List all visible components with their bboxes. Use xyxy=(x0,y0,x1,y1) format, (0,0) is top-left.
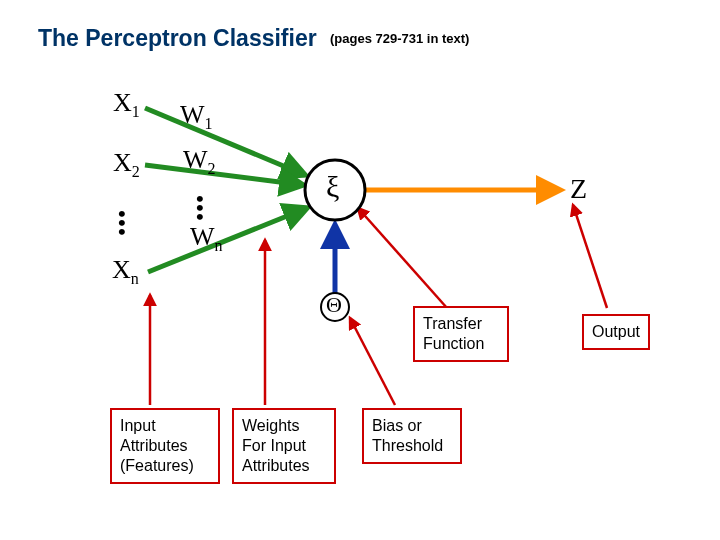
weight-ellipsis: ••• xyxy=(196,195,204,221)
input-ellipsis: ••• xyxy=(118,210,126,236)
box-inputs: InputAttributes(Features) xyxy=(110,408,220,484)
box-bias: Bias orThreshold xyxy=(362,408,462,464)
arrow-x1 xyxy=(145,108,305,175)
box-output: Output xyxy=(582,314,650,350)
box-transfer: TransferFunction xyxy=(413,306,509,362)
label-x1: X1 xyxy=(113,88,140,121)
box-weights: WeightsFor InputAttributes xyxy=(232,408,336,484)
callout-transfer xyxy=(358,208,447,308)
output-symbol: Z xyxy=(570,173,587,205)
callout-output xyxy=(573,205,607,308)
bias-symbol: Θ xyxy=(326,292,342,318)
label-w2: W2 xyxy=(183,145,216,178)
perceptron-diagram xyxy=(0,0,720,540)
arrow-x2 xyxy=(145,165,303,185)
arrow-xn xyxy=(148,208,307,272)
label-wn: Wn xyxy=(190,222,223,255)
callout-bias xyxy=(350,318,395,405)
node-symbol: ξ xyxy=(326,170,339,204)
label-xn: Xn xyxy=(112,255,139,288)
label-x2: X2 xyxy=(113,148,140,181)
label-w1: W1 xyxy=(180,100,213,133)
